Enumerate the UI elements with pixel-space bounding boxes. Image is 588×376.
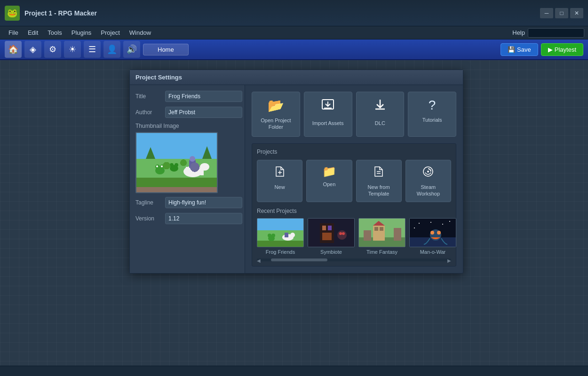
menu-window[interactable]: Window bbox=[125, 28, 156, 37]
thumbnail-label: Thumbnail Image bbox=[135, 123, 239, 129]
title-input[interactable] bbox=[165, 91, 242, 102]
menu-file[interactable]: File bbox=[4, 28, 23, 37]
svg-rect-3 bbox=[136, 187, 218, 193]
svg-point-57 bbox=[430, 222, 431, 223]
playtest-label: Playtest bbox=[555, 46, 576, 53]
new-project-button[interactable]: New bbox=[257, 160, 302, 203]
import-assets-icon bbox=[320, 98, 335, 116]
help-search[interactable] bbox=[528, 28, 584, 38]
new-project-icon bbox=[273, 165, 286, 181]
recent-projects-title: Recent Projects bbox=[257, 208, 451, 214]
toolbar: 🏠 ◈ ⚙ ☀ ☰ 👤 🔊 Home 💾 Save ▶ Playtest bbox=[0, 39, 588, 60]
svg-rect-18 bbox=[189, 160, 196, 168]
import-assets-button[interactable]: Import Assets bbox=[304, 92, 352, 137]
open-project-button[interactable]: 📁 Open bbox=[306, 160, 352, 203]
recent-thumb-man-o-war bbox=[409, 218, 456, 247]
toolbar-right-buttons: 💾 Save ▶ Playtest bbox=[501, 43, 583, 56]
sound-tool-button[interactable]: 🔊 bbox=[123, 41, 140, 58]
svg-rect-52 bbox=[364, 230, 371, 241]
action-buttons: 📂 Open ProjectFolder Import A bbox=[252, 92, 456, 137]
status-bar bbox=[0, 366, 588, 376]
play-icon: ▶ bbox=[548, 46, 553, 53]
recent-item-time-fantasy[interactable]: Time Fantasy bbox=[358, 218, 405, 255]
window-title: Project 1 - RPG Macker bbox=[24, 9, 540, 17]
author-input[interactable] bbox=[165, 107, 242, 118]
open-project-folder-button[interactable]: 📂 Open ProjectFolder bbox=[252, 92, 300, 137]
steam-icon bbox=[421, 165, 435, 181]
layers-tool-button[interactable]: ◈ bbox=[24, 41, 41, 58]
svg-point-63 bbox=[437, 231, 441, 235]
scroll-right-arrow[interactable]: ▶ bbox=[447, 258, 451, 263]
save-button[interactable]: 💾 Save bbox=[501, 43, 538, 56]
tutorials-button[interactable]: ? Tutorials bbox=[408, 92, 456, 137]
minimize-button[interactable]: ─ bbox=[540, 8, 553, 18]
dlc-label: DLC bbox=[375, 120, 385, 126]
svg-rect-37 bbox=[285, 233, 288, 237]
recent-item-frog-friends[interactable]: Frog Friends bbox=[257, 218, 304, 255]
panel-title: Project Settings bbox=[130, 70, 463, 85]
menu-edit[interactable]: Edit bbox=[23, 28, 43, 37]
menu-project[interactable]: Project bbox=[96, 28, 124, 37]
svg-point-4 bbox=[155, 167, 165, 174]
template-icon bbox=[372, 165, 385, 181]
scroll-thumb[interactable] bbox=[271, 258, 327, 261]
svg-point-19 bbox=[190, 156, 195, 162]
help-label[interactable]: Help bbox=[512, 29, 525, 36]
sun-tool-button[interactable]: ☀ bbox=[64, 41, 81, 58]
menu-tools[interactable]: Tools bbox=[43, 28, 66, 37]
recent-thumb-symbiote bbox=[308, 218, 355, 247]
projects-section: Projects New bbox=[252, 143, 456, 267]
playtest-button[interactable]: ▶ Playtest bbox=[541, 43, 583, 56]
svg-rect-30 bbox=[257, 230, 304, 241]
recent-thumb-time-fantasy bbox=[358, 218, 405, 247]
document-tool-button[interactable]: ☰ bbox=[84, 41, 101, 58]
recent-projects-scrollbar[interactable]: ◀ ▶ bbox=[257, 258, 451, 261]
main-area: Project Settings Title Author Thumbnail … bbox=[0, 60, 588, 366]
svg-point-9 bbox=[170, 165, 178, 172]
svg-point-7 bbox=[156, 165, 158, 167]
svg-rect-15 bbox=[197, 167, 200, 175]
tagline-label: Tagline bbox=[135, 199, 161, 206]
title-row: Title bbox=[135, 91, 239, 102]
scroll-left-arrow[interactable]: ◀ bbox=[257, 258, 261, 263]
right-panel: 📂 Open ProjectFolder Import A bbox=[245, 85, 463, 273]
steam-workshop-label: SteamWorkshop bbox=[417, 184, 440, 197]
version-input[interactable] bbox=[165, 213, 242, 224]
svg-rect-42 bbox=[322, 233, 332, 240]
window-controls: ─ □ ✕ bbox=[540, 8, 583, 18]
svg-point-34 bbox=[271, 234, 275, 237]
svg-point-8 bbox=[161, 165, 163, 167]
thumbnail-section: Thumbnail Image bbox=[135, 123, 239, 193]
tagline-input[interactable] bbox=[165, 197, 242, 208]
dlc-button[interactable]: DLC bbox=[356, 92, 405, 137]
svg-point-44 bbox=[339, 232, 342, 235]
recent-name-man-o-war: Man-o-War bbox=[420, 249, 446, 255]
new-from-template-button[interactable]: New fromTemplate bbox=[356, 160, 402, 203]
svg-point-58 bbox=[442, 224, 443, 225]
recent-thumb-frog-friends bbox=[257, 218, 304, 247]
svg-point-60 bbox=[414, 227, 415, 228]
steam-workshop-button[interactable]: SteamWorkshop bbox=[405, 160, 451, 203]
home-tab[interactable]: Home bbox=[143, 44, 189, 55]
import-assets-label: Import Assets bbox=[312, 120, 344, 126]
home-tool-button[interactable]: 🏠 bbox=[5, 41, 22, 58]
svg-point-11 bbox=[175, 163, 178, 167]
settings-tool-button[interactable]: ⚙ bbox=[44, 41, 61, 58]
project-buttons: New 📁 Open bbox=[257, 160, 451, 203]
new-project-label: New bbox=[275, 184, 285, 190]
svg-rect-41 bbox=[328, 226, 332, 230]
svg-point-33 bbox=[268, 234, 271, 237]
title-label: Title bbox=[135, 93, 161, 100]
recent-item-man-o-war[interactable]: Man-o-War bbox=[409, 218, 456, 255]
svg-point-12 bbox=[183, 166, 202, 177]
svg-rect-2 bbox=[136, 178, 218, 187]
menu-plugins[interactable]: Plugins bbox=[67, 28, 96, 37]
panel-body: Title Author Thumbnail Image bbox=[130, 85, 463, 273]
close-button[interactable]: ✕ bbox=[570, 8, 583, 18]
tagline-row: Tagline bbox=[135, 197, 239, 208]
maximize-button[interactable]: □ bbox=[555, 8, 568, 18]
version-label: Version bbox=[135, 215, 161, 222]
person-tool-button[interactable]: 👤 bbox=[103, 41, 120, 58]
settings-form: Title Author Thumbnail Image bbox=[130, 85, 245, 273]
recent-item-symbiote[interactable]: Symbiote bbox=[308, 218, 355, 255]
